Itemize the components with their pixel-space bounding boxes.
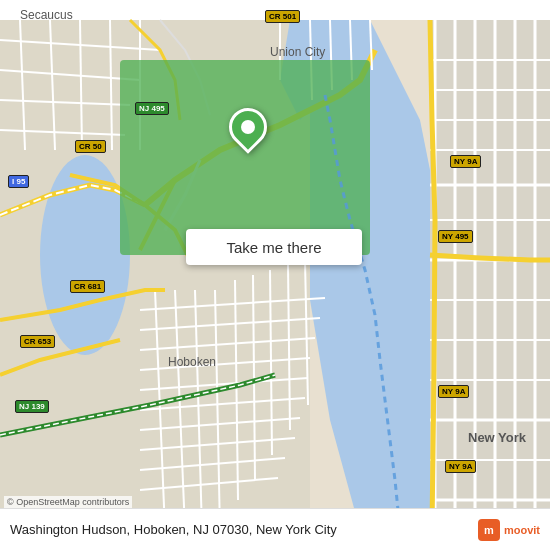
svg-line-19 xyxy=(140,338,315,350)
svg-line-16 xyxy=(305,260,308,405)
svg-line-52 xyxy=(80,20,82,150)
shield-cr50: CR 50 xyxy=(75,140,106,153)
shield-ny9a-1: NY 9A xyxy=(450,155,481,168)
label-secaucus: Secaucus xyxy=(20,8,73,22)
svg-line-14 xyxy=(270,270,272,455)
shield-cr501: CR 501 xyxy=(265,10,300,23)
svg-line-53 xyxy=(110,20,112,150)
shield-cr653: CR 653 xyxy=(20,335,55,348)
location-pin xyxy=(228,108,268,156)
svg-line-46 xyxy=(0,40,160,50)
svg-line-18 xyxy=(140,318,320,330)
shield-cr681: CR 681 xyxy=(70,280,105,293)
svg-line-11 xyxy=(215,290,220,530)
svg-line-20 xyxy=(140,358,310,370)
label-hoboken: Hoboken xyxy=(168,355,216,369)
svg-line-49 xyxy=(0,130,125,135)
svg-point-6 xyxy=(40,155,130,355)
address-text: Washington Hudson, Hoboken, NJ 07030, Ne… xyxy=(10,522,478,537)
svg-rect-5 xyxy=(430,20,550,530)
svg-line-9 xyxy=(175,290,185,530)
location-highlight xyxy=(120,60,370,255)
osm-attribution: © OpenStreetMap contributors xyxy=(4,496,132,508)
svg-line-8 xyxy=(155,290,165,530)
label-union-city: Union City xyxy=(270,45,325,59)
svg-line-10 xyxy=(195,290,202,530)
svg-line-24 xyxy=(140,438,295,450)
shield-ny9a-3: NY 9A xyxy=(445,460,476,473)
label-new-york: New York xyxy=(468,430,526,445)
svg-line-48 xyxy=(0,100,130,105)
svg-line-17 xyxy=(140,298,325,310)
moovit-icon: m xyxy=(478,519,500,541)
svg-line-26 xyxy=(140,478,278,490)
svg-line-58 xyxy=(370,20,372,70)
svg-line-15 xyxy=(288,265,290,430)
shield-ny9a-2: NY 9A xyxy=(438,385,469,398)
take-me-there-button[interactable]: Take me there xyxy=(186,229,362,265)
svg-line-22 xyxy=(140,398,305,410)
svg-line-25 xyxy=(140,458,285,470)
svg-line-51 xyxy=(50,20,55,150)
svg-line-50 xyxy=(20,20,25,150)
svg-line-12 xyxy=(235,280,238,500)
shield-nj495: NJ 495 xyxy=(135,102,169,115)
moovit-logo: m moovit xyxy=(478,519,540,541)
svg-line-13 xyxy=(253,275,255,480)
map-container: Take me there Secaucus Union City Hoboke… xyxy=(0,0,550,550)
svg-line-23 xyxy=(140,418,300,430)
address-bar: Washington Hudson, Hoboken, NJ 07030, Ne… xyxy=(0,508,550,550)
moovit-text: moovit xyxy=(504,524,540,536)
svg-point-2 xyxy=(40,155,130,355)
shield-nj139: NJ 139 xyxy=(15,400,49,413)
shield-ny495: NY 495 xyxy=(438,230,473,243)
shield-i95: I 95 xyxy=(8,175,29,188)
svg-line-21 xyxy=(140,378,308,390)
svg-line-47 xyxy=(0,70,140,80)
